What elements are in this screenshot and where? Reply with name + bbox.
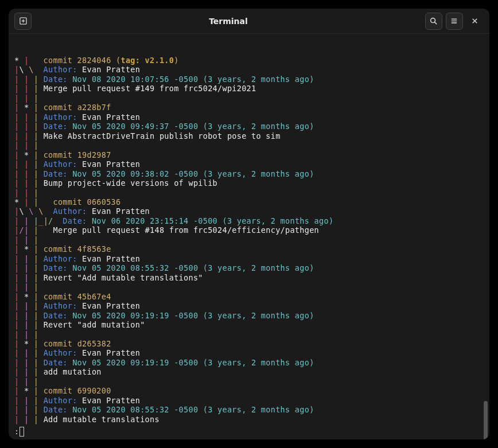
commit-author-line: | | | Author: Evan Pratten [14, 159, 484, 169]
menu-button[interactable] [446, 13, 463, 30]
pager-prompt[interactable]: : [14, 427, 24, 437]
scrollbar-thumb[interactable] [484, 401, 488, 439]
commit-line: | * | commit 6990200 [14, 386, 484, 395]
commit-tag: tag: v2.1.0 [120, 56, 174, 65]
commit-author-line: |\ \ Author: Evan Pratten [14, 65, 484, 74]
commit-message-line: | | | Bump project-wide versions of wpil… [14, 178, 484, 188]
graph-spacer: | | | [14, 188, 484, 197]
commit-line: | * | commit 4f8563e [14, 244, 484, 254]
commit-author-line: | | | Author: Evan Pratten [14, 254, 484, 263]
close-button[interactable] [466, 13, 484, 30]
commit-hash: 4f8563e [77, 244, 111, 254]
commit-author-line: | | | Author: Evan Pratten [14, 112, 484, 122]
commit-message-line: | | | add mutation [14, 367, 484, 376]
graph-spacer: | | | [14, 94, 484, 103]
commit-date-line: | | | Date: Nov 05 2020 08:55:32 -0500 (… [14, 405, 484, 414]
svg-point-1 [431, 18, 435, 23]
commit-hash: 0660536 [87, 197, 120, 207]
commit-message-line: | | | Add mutable translations [14, 415, 484, 424]
titlebar: Terminal [9, 9, 489, 34]
commit-line: | * | commit 45b67e4 [14, 292, 484, 301]
commit-message-line: |/| | Merge pull request #148 from frc50… [14, 225, 484, 235]
commit-hash: 45b67e4 [77, 292, 111, 301]
commit-date-line: | | | Date: Nov 05 2020 08:55:32 -0500 (… [14, 263, 484, 272]
hamburger-icon [450, 17, 458, 25]
commit-date-line: | | |_|/ Date: Nov 06 2020 23:15:14 -050… [14, 216, 484, 225]
commit-line: | * | commit 19d2987 [14, 150, 484, 159]
commit-author-line: | | | Author: Evan Pratten [14, 348, 484, 357]
commit-hash: a228b7f [77, 103, 111, 112]
commit-message-line: | | | Make AbstractDriveTrain publish ro… [14, 131, 484, 141]
close-icon [470, 17, 479, 25]
commit-author-line: | | | Author: Evan Pratten [14, 396, 484, 405]
graph-spacer: | | | [14, 330, 484, 339]
new-tab-icon [19, 17, 28, 25]
commit-author-line: |\ \ \ Author: Evan Pratten [14, 207, 484, 216]
commit-date-line: | | | Date: Nov 05 2020 09:19:19 -0500 (… [14, 358, 484, 367]
commit-date-line: | | | Date: Nov 08 2020 10:07:56 -0500 (… [14, 75, 484, 84]
graph-spacer: | | | [14, 141, 484, 150]
commit-message-line: | | | Revert "Add mutable translations" [14, 273, 484, 282]
graph-spacer: | | | [14, 282, 484, 291]
commit-date-line: | | | Date: Nov 05 2020 09:19:19 -0500 (… [14, 311, 484, 320]
commit-author-line: | | | Author: Evan Pratten [14, 301, 484, 310]
commit-date-line: | | | Date: Nov 05 2020 09:49:37 -0500 (… [14, 122, 484, 131]
graph-spacer: | | | [14, 235, 484, 244]
commit-message-line: | | | Revert "add mutation" [14, 320, 484, 329]
commit-date-line: | | | Date: Nov 05 2020 09:38:02 -0500 (… [14, 169, 484, 178]
commit-hash: 2824046 [77, 56, 111, 65]
search-icon [429, 17, 438, 25]
commit-line: * | | commit 0660536 [14, 197, 484, 207]
search-button[interactable] [425, 13, 442, 30]
commit-hash: 19d2987 [77, 150, 111, 159]
commit-hash: d265382 [77, 339, 111, 348]
cursor [20, 427, 24, 437]
graph-spacer: | | | [14, 377, 484, 386]
window-title: Terminal [209, 17, 248, 26]
commit-line: | * | commit d265382 [14, 339, 484, 348]
pager-prompt-char: : [14, 427, 19, 436]
commit-hash: 6990200 [77, 386, 111, 395]
terminal-window: Terminal * | commit 2824046 (tag: v2. [9, 9, 489, 439]
new-tab-button[interactable] [14, 13, 32, 30]
commit-line: * | commit 2824046 (tag: v2.1.0) [14, 56, 484, 65]
commit-message-line: | | | Merge pull request #149 from frc50… [14, 84, 484, 93]
terminal-output[interactable]: * | commit 2824046 (tag: v2.1.0)|\ \ Aut… [9, 34, 489, 439]
commit-line: | * | commit a228b7f [14, 103, 484, 112]
